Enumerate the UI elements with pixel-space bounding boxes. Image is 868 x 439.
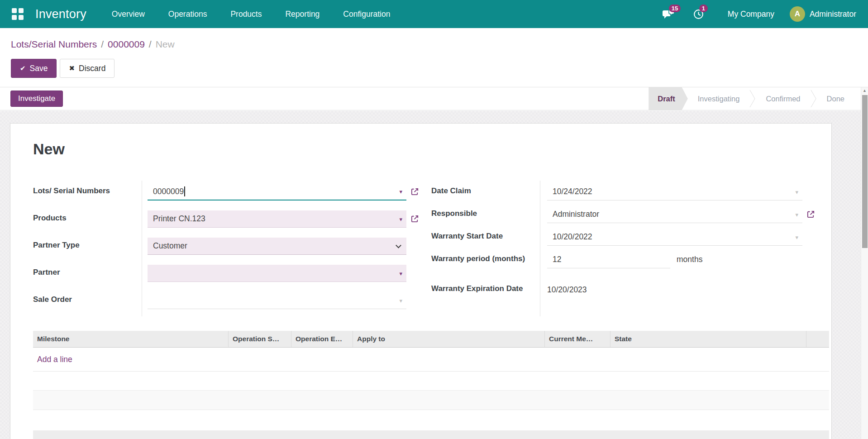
label-warranty-start-date: Warranty Start Date xyxy=(431,226,540,248)
table-footer-strip xyxy=(33,431,829,439)
column-extra xyxy=(806,331,829,347)
chevron-down-icon[interactable]: ▾ xyxy=(399,297,402,303)
statusbar: Investigate Draft Investigating Confirme… xyxy=(0,87,868,110)
breadcrumb: Lots/Serial Numbers/0000009/New xyxy=(11,39,868,50)
form-fields: Lots/ Serial Numbers 0000009 ▾ Products xyxy=(33,181,831,316)
chevron-down-icon[interactable]: ▾ xyxy=(795,189,798,195)
scrollbar-thumb[interactable] xyxy=(862,95,868,248)
x-icon: ✖ xyxy=(69,64,75,72)
responsible-input[interactable]: Administrator ▾ xyxy=(547,206,802,223)
warranty-expiration-date-value: 10/20/2023 xyxy=(547,281,587,295)
form-actions: ✔ Save ✖ Discard xyxy=(11,59,868,78)
page-title: New xyxy=(33,140,831,158)
partner-type-select[interactable]: Customer xyxy=(148,238,406,255)
table-empty-row xyxy=(33,372,829,391)
control-panel: Lots/Serial Numbers/0000009/New ✔ Save ✖… xyxy=(0,28,868,87)
investigate-button[interactable]: Investigate xyxy=(10,91,63,107)
activities-button[interactable]: 1 xyxy=(693,9,704,20)
user-menu[interactable]: A Administrator xyxy=(790,6,856,22)
column-state[interactable]: State xyxy=(610,331,806,347)
products-input[interactable]: Printer CN.123 ▾ xyxy=(148,210,406,228)
save-button[interactable]: ✔ Save xyxy=(11,59,57,78)
label-products: Products xyxy=(33,208,142,235)
chevron-down-icon[interactable]: ▾ xyxy=(399,216,402,222)
vertical-scrollbar[interactable]: ▲ xyxy=(861,87,868,439)
status-step-done[interactable]: Done xyxy=(817,87,854,110)
top-navbar: Inventory Overview Operations Products R… xyxy=(0,0,868,28)
table-header: Milestone Operation S… Operation E… Appl… xyxy=(33,331,829,348)
chevron-down-icon[interactable]: ▾ xyxy=(399,270,402,276)
activities-count-badge: 1 xyxy=(699,5,708,12)
label-date-claim: Date Claim xyxy=(431,181,540,203)
add-a-line-link[interactable]: Add a line xyxy=(37,355,72,364)
breadcrumb-record[interactable]: 0000009 xyxy=(108,39,145,49)
label-partner-type: Partner Type xyxy=(33,235,142,262)
label-warranty-expiration-date: Warranty Expiration Date xyxy=(431,278,540,316)
menu-reporting[interactable]: Reporting xyxy=(285,10,320,19)
breadcrumb-current: New xyxy=(156,39,175,49)
user-name: Administrator xyxy=(810,10,856,19)
discard-button[interactable]: ✖ Discard xyxy=(60,59,114,78)
status-steps: Draft Investigating Confirmed Done xyxy=(649,87,854,110)
partner-input[interactable]: ▾ xyxy=(148,265,406,282)
column-current-measure[interactable]: Current Me… xyxy=(545,331,610,347)
column-operation-start[interactable]: Operation S… xyxy=(229,331,291,347)
chevron-down-icon xyxy=(396,242,401,248)
column-milestone[interactable]: Milestone xyxy=(33,331,229,347)
form-right-column: Date Claim 10/24/2022 ▾ Responsible Admi… xyxy=(431,181,820,316)
label-warranty-period: Warranty period (months) xyxy=(431,248,540,278)
label-partner: Partner xyxy=(33,262,142,289)
step-chevron-icon xyxy=(749,87,756,110)
status-step-investigating[interactable]: Investigating xyxy=(688,87,750,110)
status-step-draft[interactable]: Draft xyxy=(649,87,688,110)
messages-button[interactable]: 15 xyxy=(663,9,675,19)
messages-count-badge: 15 xyxy=(669,5,681,12)
form-sheet: New Lots/ Serial Numbers 0000009 ▾ xyxy=(10,123,832,439)
company-switcher[interactable]: My Company xyxy=(728,10,774,19)
label-sale-order: Sale Order xyxy=(33,289,142,316)
external-link-icon[interactable] xyxy=(410,187,419,196)
app-window: Inventory Overview Operations Products R… xyxy=(0,0,868,439)
chevron-down-icon[interactable]: ▾ xyxy=(795,211,798,217)
lots-serial-numbers-input[interactable]: 0000009 ▾ xyxy=(148,183,406,200)
avatar: A xyxy=(790,6,805,22)
milestones-table: Milestone Operation S… Operation E… Appl… xyxy=(33,331,829,439)
menu-configuration[interactable]: Configuration xyxy=(343,10,390,19)
chevron-down-icon[interactable]: ▾ xyxy=(399,189,402,195)
scrollbar-up-arrow-icon[interactable]: ▲ xyxy=(861,87,868,94)
column-apply-to[interactable]: Apply to xyxy=(353,331,545,347)
warranty-period-unit: months xyxy=(677,251,702,264)
sale-order-input[interactable]: ▾ xyxy=(148,292,406,309)
table-row: Add a line xyxy=(33,348,829,372)
app-title[interactable]: Inventory xyxy=(35,7,86,21)
external-link-icon[interactable] xyxy=(410,215,419,223)
label-lots-serial-numbers: Lots/ Serial Numbers xyxy=(33,181,142,208)
status-step-confirmed[interactable]: Confirmed xyxy=(756,87,810,110)
content-area: New Lots/ Serial Numbers 0000009 ▾ xyxy=(0,111,868,439)
table-empty-row xyxy=(33,410,829,431)
topbar-right: 15 1 My Company A Administrator xyxy=(663,6,856,22)
chevron-down-icon[interactable]: ▾ xyxy=(795,234,798,240)
menu-products[interactable]: Products xyxy=(230,10,262,19)
table-empty-row xyxy=(33,391,829,410)
text-cursor xyxy=(184,186,185,196)
label-responsible: Responsible xyxy=(431,203,540,226)
menu-operations[interactable]: Operations xyxy=(168,10,207,19)
check-icon: ✔ xyxy=(20,64,26,72)
date-claim-input[interactable]: 10/24/2022 ▾ xyxy=(547,183,802,200)
step-chevron-icon xyxy=(811,87,817,110)
warranty-period-input[interactable]: 12 xyxy=(547,251,670,268)
form-left-column: Lots/ Serial Numbers 0000009 ▾ Products xyxy=(33,181,419,316)
apps-menu-icon[interactable] xyxy=(12,8,24,20)
main-menu: Overview Operations Products Reporting C… xyxy=(112,10,391,19)
warranty-start-date-input[interactable]: 10/20/2022 ▾ xyxy=(547,229,802,246)
column-operation-end[interactable]: Operation E… xyxy=(291,331,353,347)
external-link-icon[interactable] xyxy=(806,210,815,219)
breadcrumb-lots-serial-numbers[interactable]: Lots/Serial Numbers xyxy=(11,39,97,49)
menu-overview[interactable]: Overview xyxy=(112,10,145,19)
